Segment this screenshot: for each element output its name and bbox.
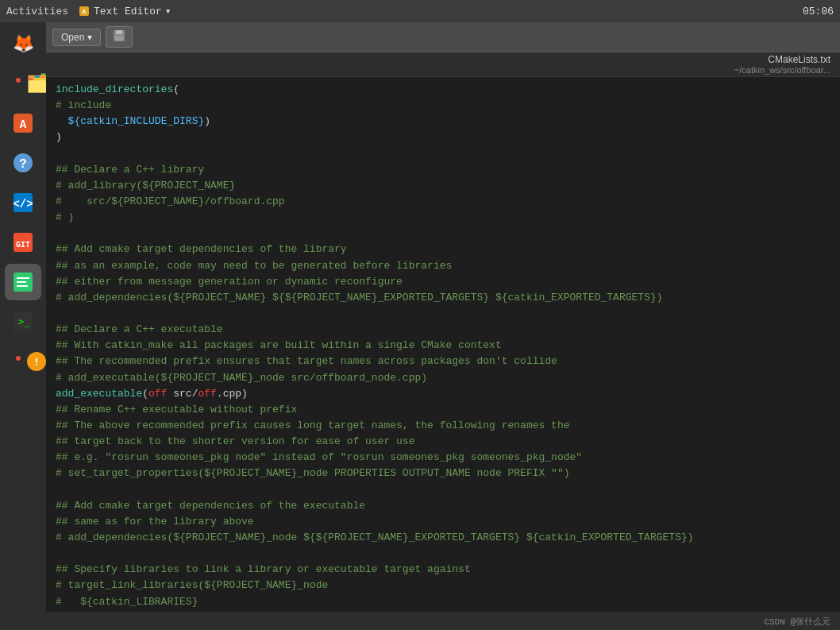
sidebar-texteditor[interactable] <box>5 264 41 300</box>
code-line <box>56 482 830 498</box>
filename: CMakeLists.txt <box>56 54 830 65</box>
code-editor[interactable]: include_directories( # include ${catkin_… <box>46 77 840 613</box>
bottom-bar: CSDN @张什么元 <box>46 613 840 630</box>
code-line: ## target back to the shorter version fo… <box>56 434 830 450</box>
code-line: # src/${PROJECT_NAME}/offboard.cpp <box>56 194 830 210</box>
code-line: ## as an example, code may need to be ge… <box>56 258 830 274</box>
svg-text:A: A <box>20 118 27 131</box>
code-line: # add_dependencies(${PROJECT_NAME} ${${P… <box>56 290 830 306</box>
sidebar-help[interactable]: ? <box>5 145 41 181</box>
code-line: ## either from message generation or dyn… <box>56 274 830 290</box>
terminal-icon: >_ <box>12 311 34 333</box>
texteditor-menu[interactable]: A Text Editor ▾ <box>78 5 171 17</box>
svg-text:!: ! <box>33 357 40 369</box>
code-line: ## With catkin_make all packages are bui… <box>56 338 830 354</box>
save-button[interactable] <box>106 26 133 48</box>
code-line: ## Declare a C++ library <box>56 162 830 178</box>
svg-rect-20 <box>115 36 123 41</box>
code-line: # include <box>56 98 830 114</box>
toolbar: Open ▾ <box>46 22 840 52</box>
sidebar-git[interactable]: GIT <box>5 224 41 261</box>
svg-rect-11 <box>17 277 29 279</box>
code-line: ## The above recommended prefix causes l… <box>56 418 830 434</box>
sidebar-vscode[interactable]: </> <box>5 184 41 221</box>
code-line: ## same as for the library above <box>56 514 830 530</box>
editor-wrapper: Open ▾ CMakeLists.txt ~/catkin_ws/src/of… <box>46 22 840 630</box>
sidebar: 🦊 🗂️ A ? </> <box>0 22 46 630</box>
help-icon: ? <box>12 152 34 174</box>
code-line: # set_target_properties(${PROJECT_NAME}_… <box>56 466 830 481</box>
code-line <box>56 546 830 562</box>
code-line: include_directories( <box>56 82 830 98</box>
sidebar-files[interactable]: 🗂️ <box>5 65 41 102</box>
code-line: add_executable(off src/off.cpp) <box>56 386 830 402</box>
svg-rect-19 <box>116 30 122 34</box>
code-line: ## Rename C++ executable without prefix <box>56 402 830 418</box>
code-line: ## Declare a C++ executable <box>56 322 830 338</box>
code-line: # target_link_libraries(${PROJECT_NAME}_… <box>56 578 830 593</box>
svg-text:</>: </> <box>13 198 33 211</box>
clock: 05:06 <box>803 6 834 17</box>
code-line: # add_dependencies(${PROJECT_NAME}_node … <box>56 530 830 546</box>
texteditor-sidebar-icon <box>12 271 34 293</box>
sidebar-dot-update <box>16 356 21 361</box>
code-line: ## The recommended prefix ensures that t… <box>56 354 830 369</box>
code-line: ) <box>56 129 830 145</box>
texteditor-icon: A <box>78 5 91 17</box>
activities-button[interactable]: Activities <box>6 6 68 17</box>
sidebar-software[interactable]: A <box>5 105 41 141</box>
code-line: ## Specify libraries to link a library o… <box>56 562 830 578</box>
code-line: # ${catkin_LIBRARIES} <box>56 594 830 610</box>
git-icon: GIT <box>12 231 34 253</box>
updater-icon: ! <box>25 350 48 373</box>
sidebar-updates[interactable]: ! <box>5 343 41 380</box>
code-line: ## Add cmake target dependencies of the … <box>56 498 830 514</box>
open-button[interactable]: Open ▾ <box>52 29 101 46</box>
svg-text:>_: >_ <box>18 316 30 327</box>
main-container: 🦊 🗂️ A ? </> <box>0 22 840 630</box>
code-line: ${catkin_INCLUDE_DIRS}) <box>56 114 830 129</box>
sidebar-firefox[interactable]: 🦊 <box>5 25 41 62</box>
watermark: CSDN @张什么元 <box>764 616 830 628</box>
code-line: # add_executable(${PROJECT_NAME}_node sr… <box>56 370 830 386</box>
top-bar: Activities A Text Editor ▾ 05:06 <box>0 0 840 22</box>
svg-rect-12 <box>17 281 26 283</box>
code-line <box>56 146 830 162</box>
code-line <box>56 226 830 242</box>
code-line: # ) <box>56 210 830 226</box>
code-line <box>56 306 830 322</box>
code-line: # add_library(${PROJECT_NAME} <box>56 178 830 194</box>
save-icon <box>113 29 125 42</box>
vscode-icon: </> <box>12 191 34 214</box>
svg-text:?: ? <box>19 157 27 172</box>
code-line: ## Add cmake target dependencies of the … <box>56 242 830 257</box>
software-icon: A <box>12 112 34 134</box>
svg-rect-13 <box>17 285 28 287</box>
sidebar-terminal[interactable]: >_ <box>5 303 41 340</box>
sidebar-dot-files <box>16 78 21 83</box>
file-header: CMakeLists.txt ~/catkin_ws/src/offboar..… <box>46 52 840 77</box>
svg-text:GIT: GIT <box>16 241 30 249</box>
svg-text:A: A <box>83 8 87 15</box>
filepath: ~/catkin_ws/src/offboar... <box>56 65 830 75</box>
code-line: ## e.g. "rosrun someones_pkg node" inste… <box>56 450 830 466</box>
